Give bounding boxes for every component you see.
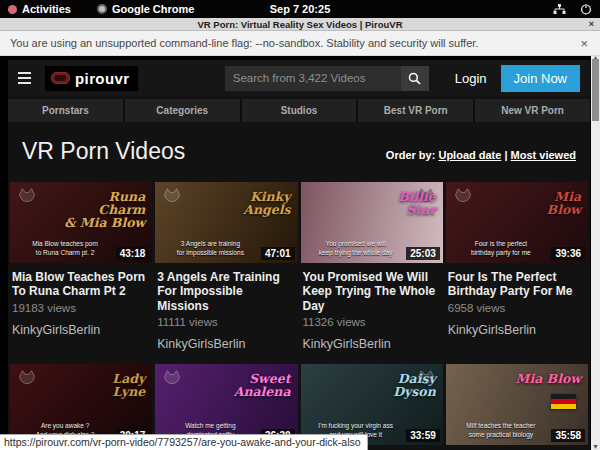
video-duration: 39:36 [551, 247, 585, 260]
nav-item-pornstars[interactable]: Pornstars [8, 99, 123, 122]
page-title: VR Porn Videos [22, 138, 185, 165]
video-views: 19183 views [12, 302, 150, 314]
page-scrollbar[interactable]: ▲ ▼ [591, 56, 600, 450]
menu-hamburger-icon[interactable] [18, 72, 31, 85]
video-studio-link[interactable]: KinkyGirlsBerlin [303, 337, 441, 351]
video-card: Billie Star You promised we will keep tr… [301, 182, 443, 351]
site-logo-text: pirouvr [75, 70, 129, 87]
power-icon[interactable] [580, 3, 592, 15]
scrollbar-thumb[interactable] [592, 59, 599, 121]
login-link[interactable]: Login [455, 71, 487, 86]
nav-item-categories[interactable]: Categories [125, 99, 240, 122]
video-duration: 43:18 [116, 247, 150, 260]
search-button[interactable] [401, 66, 429, 91]
thumb-overlay-title: Lady Lyne [40, 372, 145, 398]
studio-cat-mask-icon [161, 186, 183, 208]
thumb-overlay-title: Daisy Dyson [331, 372, 436, 398]
nav-item-new-vr-porn[interactable]: New VR Porn [475, 99, 590, 122]
video-thumbnail[interactable]: Billie Star You promised we will keep tr… [301, 182, 443, 263]
window-title: VR Porn: Virtual Reality Sex Videos | Pi… [197, 19, 402, 30]
clock[interactable]: Sep 7 20:25 [0, 3, 600, 15]
nav-item-best-vr-porn[interactable]: Best VR Porn [358, 99, 473, 122]
infobar-close-button[interactable]: × [580, 37, 588, 50]
search-input[interactable] [225, 66, 401, 91]
video-duration: 25:03 [406, 247, 440, 260]
video-title[interactable]: 3 Angels Are Training For Impossible Mis… [157, 270, 295, 313]
scrollbar-down-arrow[interactable]: ▼ [591, 443, 600, 450]
infobar-message: You are using an unsupported command-lin… [10, 37, 478, 49]
site-container: pirouvr Login Join Now [8, 60, 590, 450]
vr-headset-icon [51, 72, 70, 84]
studio-cat-mask-icon [161, 368, 183, 390]
video-title[interactable]: Four Is The Perfect Birthday Party For M… [448, 270, 586, 299]
video-studio-link[interactable]: KinkyGirlsBerlin [448, 323, 586, 337]
video-card: Mia Blow Four is the perfect birthday pa… [446, 182, 588, 351]
thumb-overlay-caption: Mia Blow teaches porn to Runa Charm pt. … [14, 239, 116, 259]
video-thumbnail[interactable]: Kinky Angels 3 Angels are training for i… [155, 182, 297, 263]
order-by-separator: | [504, 149, 507, 161]
order-by-label: Order by: [386, 149, 436, 161]
nav-item-studios[interactable]: Studios [242, 99, 357, 122]
video-studio-link[interactable]: KinkyGirlsBerlin [12, 323, 150, 337]
search-icon [408, 72, 421, 85]
search-bar [225, 66, 429, 91]
studio-cat-mask-icon [16, 186, 38, 208]
order-by-controls: Order by: Upload date | Most viewed [386, 149, 576, 165]
video-grid: Runa Charm & Mia Blow Mia Blow teaches p… [10, 182, 588, 450]
german-flag-icon [551, 394, 576, 409]
browser-viewport: pirouvr Login Join Now [0, 56, 600, 450]
join-now-button[interactable]: Join Now [501, 65, 580, 92]
site-logo[interactable]: pirouvr [45, 66, 138, 91]
thumb-overlay-caption: 3 Angels are training for impossible mis… [159, 239, 261, 259]
video-views: 11111 views [157, 316, 295, 328]
video-duration: 35:58 [551, 429, 585, 442]
video-title[interactable]: Mia Blow Teaches Porn To Runa Charm Pt 2 [12, 270, 150, 299]
video-title[interactable]: You Promised We Will Keep Trying The Who… [303, 270, 441, 313]
video-duration: 33:59 [406, 429, 440, 442]
video-thumbnail[interactable]: Mia Blow Four is the perfect birthday pa… [446, 182, 588, 263]
thumb-overlay-caption: You promised we will keep trying the who… [305, 239, 407, 259]
video-thumbnail[interactable]: Runa Charm & Mia Blow Mia Blow teaches p… [10, 182, 152, 263]
site-header: pirouvr Login Join Now [8, 60, 590, 96]
video-views: 11326 views [303, 316, 441, 328]
thumb-overlay-caption: Milf teaches the teacher some practical … [450, 421, 552, 441]
thumb-overlay-title: Sweet Analena [185, 372, 290, 398]
order-by-most-viewed-link[interactable]: Most viewed [511, 149, 576, 161]
chrome-infobar: You are using an unsupported command-lin… [0, 31, 600, 56]
status-bar-url: https://pirouvr.com/vr-porn-video/779325… [0, 434, 368, 450]
window-close-button[interactable]: × [589, 18, 594, 31]
video-duration: 47:01 [261, 247, 295, 260]
order-by-upload-date-link[interactable]: Upload date [438, 149, 501, 161]
window-title-bar: VR Porn: Virtual Reality Sex Videos | Pi… [0, 18, 600, 31]
network-icon[interactable] [553, 4, 566, 15]
video-thumbnail[interactable]: Mia Blow Milf teaches the teacher some p… [446, 364, 588, 445]
video-card: Mia Blow Milf teaches the teacher some p… [446, 364, 588, 450]
thumb-overlay-title: Mia Blow [476, 372, 581, 385]
video-card: Runa Charm & Mia Blow Mia Blow teaches p… [10, 182, 152, 351]
video-studio-link[interactable]: KinkyGirlsBerlin [157, 337, 295, 351]
thumb-overlay-caption: Four is the perfect birthday party for m… [450, 239, 552, 259]
system-top-bar: Activities Google Chrome Sep 7 20:25 [0, 0, 600, 18]
screen: Activities Google Chrome Sep 7 20:25 [0, 0, 600, 450]
thumb-overlay-title: Kinky Angels [185, 190, 290, 216]
thumb-overlay-title: Billie Star [331, 190, 436, 216]
studio-cat-mask-icon [452, 186, 474, 208]
main-nav: Pornstars Categories Studios Best VR Por… [8, 99, 590, 122]
video-card: Kinky Angels 3 Angels are training for i… [155, 182, 297, 351]
thumb-overlay-title: Mia Blow [476, 190, 581, 216]
studio-cat-mask-icon [16, 368, 38, 390]
thumb-overlay-title: Runa Charm & Mia Blow [40, 190, 145, 229]
video-views: 6958 views [448, 302, 586, 314]
